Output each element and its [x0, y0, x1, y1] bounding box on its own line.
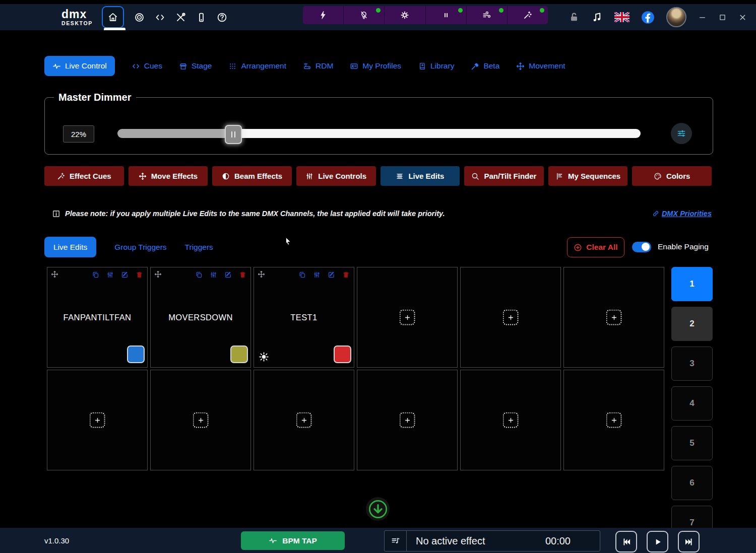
- control-button-row: Effect CuesMove EffectsBeam EffectsLive …: [44, 166, 712, 186]
- quick-wand-button[interactable]: [508, 6, 548, 24]
- add-live-edit-button[interactable]: [400, 310, 415, 325]
- add-live-edit-button[interactable]: [503, 412, 519, 428]
- dimmer-slider[interactable]: [117, 129, 641, 138]
- nav-phone-button[interactable]: [196, 12, 207, 23]
- control-colors-button[interactable]: Colors: [632, 166, 712, 186]
- pulse-icon: [52, 62, 61, 71]
- live-edit-cell-empty[interactable]: [254, 370, 354, 470]
- enable-paging-toggle[interactable]: [632, 242, 651, 252]
- lock-open-icon[interactable]: [569, 12, 580, 23]
- tab-beta[interactable]: Beta: [471, 56, 499, 76]
- live-edit-cell-empty[interactable]: [563, 370, 664, 470]
- tab-live-control[interactable]: Live Control: [44, 56, 115, 76]
- page-button-3[interactable]: 3: [671, 347, 713, 381]
- live-edit-cell[interactable]: FANPANTILTFAN: [47, 267, 148, 368]
- maximize-icon[interactable]: [718, 13, 727, 22]
- page-button-4[interactable]: 4: [671, 386, 713, 421]
- music-icon[interactable]: [591, 12, 603, 23]
- control-my-sequences-button[interactable]: My Sequences: [548, 166, 628, 186]
- effect-icon-cell: [385, 531, 407, 551]
- play-button[interactable]: [647, 531, 668, 552]
- scroll-down-button[interactable]: [366, 497, 390, 521]
- quick-pause-button[interactable]: [426, 6, 467, 24]
- nav-disc-button[interactable]: [134, 12, 145, 23]
- user-avatar[interactable]: [666, 7, 686, 27]
- plus-icon: [403, 416, 411, 424]
- tab-cues[interactable]: Cues: [132, 56, 162, 76]
- info-icon: [52, 210, 60, 218]
- control-beam-effects-button[interactable]: Beam Effects: [212, 166, 292, 186]
- live-edit-cell-empty[interactable]: [460, 370, 561, 470]
- clear-all-label: Clear All: [586, 243, 617, 252]
- hammer-icon: [471, 62, 479, 71]
- add-live-edit-button[interactable]: [606, 310, 622, 325]
- facebook-icon[interactable]: [641, 11, 655, 24]
- add-live-edit-button[interactable]: [193, 412, 209, 428]
- add-live-edit-button[interactable]: [90, 412, 105, 428]
- dmx-priorities-link[interactable]: DMX Priorities: [652, 207, 712, 220]
- add-live-edit-button[interactable]: [400, 412, 415, 428]
- edit-tab-label: Group Triggers: [114, 243, 166, 252]
- live-edit-cell-empty[interactable]: [357, 267, 458, 368]
- live-edit-cell-empty[interactable]: [563, 267, 664, 368]
- previous-button[interactable]: [615, 531, 637, 552]
- page-button-1[interactable]: 1: [671, 267, 713, 301]
- tab-my-profiles[interactable]: My Profiles: [350, 56, 401, 76]
- nav-code-button[interactable]: [155, 12, 165, 23]
- quick-bulb-off-button[interactable]: [344, 6, 385, 24]
- page-button-7[interactable]: 7: [671, 506, 713, 528]
- edit-tab-triggers[interactable]: Triggers: [185, 237, 213, 257]
- edit-tab-bar: Live EditsGroup TriggersTriggers: [44, 237, 213, 257]
- quick-gear-button[interactable]: [385, 6, 425, 24]
- cell-color-chip[interactable]: [230, 345, 248, 363]
- quick-actions-bar: [303, 6, 548, 24]
- cell-color-chip[interactable]: [334, 345, 351, 363]
- tab-library[interactable]: Library: [418, 56, 454, 76]
- quick-lightning-button[interactable]: [303, 6, 344, 24]
- nav-home-button[interactable]: [102, 6, 124, 28]
- control-button-label: My Sequences: [568, 172, 620, 180]
- bottom-bar: v1.0.30 BPM TAP No active effect 00:00: [0, 528, 756, 553]
- add-live-edit-button[interactable]: [296, 412, 312, 428]
- live-edit-cell[interactable]: TEST1: [254, 267, 354, 368]
- live-edit-cell-empty[interactable]: [460, 267, 561, 368]
- edit-tab-group-triggers[interactable]: Group Triggers: [114, 237, 166, 257]
- live-edit-cell-empty[interactable]: [357, 370, 458, 470]
- control-live-edits-button[interactable]: Live Edits: [381, 166, 460, 186]
- page-button-6[interactable]: 6: [671, 466, 713, 500]
- rdm-icon: [303, 62, 311, 71]
- add-live-edit-button[interactable]: [606, 412, 622, 428]
- dimmer-slider-handle[interactable]: [225, 125, 242, 144]
- nav-tools-button[interactable]: [175, 12, 186, 23]
- live-edit-cell-empty[interactable]: [150, 370, 251, 470]
- control-live-controls-button[interactable]: Live Controls: [296, 166, 376, 186]
- tab-label: Live Control: [65, 61, 107, 71]
- control-move-effects-button[interactable]: Move Effects: [129, 166, 208, 186]
- uk-flag-icon[interactable]: [614, 12, 629, 23]
- edit-tab-live-edits[interactable]: Live Edits: [44, 237, 96, 257]
- tab-rdm[interactable]: RDM: [303, 56, 333, 76]
- quick-wind-button[interactable]: [467, 6, 508, 24]
- tab-stage[interactable]: Stage: [179, 56, 212, 76]
- tab-movement[interactable]: Movement: [516, 56, 565, 76]
- nav-help-button[interactable]: [217, 12, 227, 23]
- live-edit-cell-empty[interactable]: [47, 370, 148, 470]
- clear-all-button[interactable]: Clear All: [567, 237, 624, 257]
- cell-color-chip[interactable]: [127, 345, 145, 363]
- move-icon: [139, 172, 147, 180]
- close-icon[interactable]: [738, 13, 747, 22]
- control-effect-cues-button[interactable]: Effect Cues: [44, 166, 124, 186]
- bpm-tap-button[interactable]: BPM TAP: [241, 531, 345, 550]
- dimmer-settings-button[interactable]: [671, 123, 692, 144]
- live-edit-cell[interactable]: MOVERSDOWN: [150, 267, 251, 368]
- code-icon: [155, 12, 165, 23]
- minimize-icon[interactable]: [698, 13, 707, 22]
- add-live-edit-button[interactable]: [503, 310, 519, 325]
- mouse-cursor: [284, 237, 293, 246]
- control-pan-tilt-finder-button[interactable]: Pan/Tilt Finder: [464, 166, 544, 186]
- next-button[interactable]: [678, 531, 700, 552]
- tab-arrangement[interactable]: Arrangement: [228, 56, 286, 76]
- page-button-5[interactable]: 5: [671, 426, 713, 460]
- page-button-2[interactable]: 2: [671, 307, 713, 341]
- tab-label: Arrangement: [241, 61, 286, 71]
